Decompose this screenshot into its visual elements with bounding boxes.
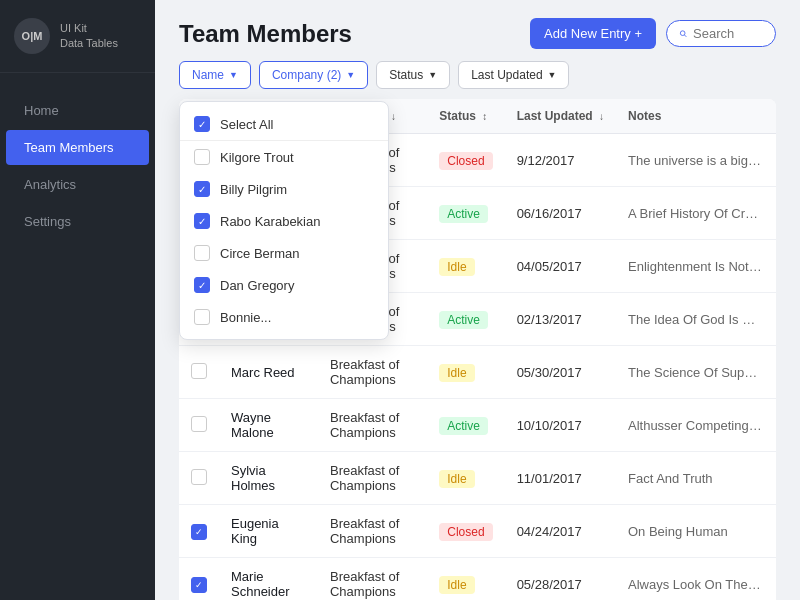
chevron-down-icon: ▼ — [548, 70, 557, 80]
status-badge: Closed — [439, 523, 492, 541]
checkbox-billy-pilgrim[interactable] — [194, 181, 210, 197]
checkbox-circe-berman[interactable] — [194, 245, 210, 261]
row-checkbox[interactable] — [191, 577, 207, 593]
row-status: Active — [427, 187, 504, 240]
table-row: Sylvia Holmes Breakfast of Champions Idl… — [179, 452, 776, 505]
search-icon — [679, 27, 687, 40]
search-input[interactable] — [693, 26, 763, 41]
sort-icon-company: ↓ — [391, 111, 396, 122]
sort-icon-last-updated: ↓ — [599, 111, 604, 122]
row-notes: The Idea Of God Is No... — [616, 293, 776, 346]
row-checkbox[interactable] — [191, 416, 207, 432]
dropdown-item-dan-gregory[interactable]: Dan Gregory — [180, 269, 388, 301]
filters-bar: Name ▼ Company (2) ▼ Status ▼ Last Updat… — [155, 61, 800, 99]
page-title: Team Members — [179, 20, 352, 48]
th-notes: Notes — [616, 99, 776, 134]
status-badge: Active — [439, 205, 488, 223]
checkbox-kilgore-trout[interactable] — [194, 149, 210, 165]
row-last-updated: 11/01/2017 — [505, 452, 616, 505]
row-last-updated: 9/12/2017 — [505, 134, 616, 187]
row-last-updated: 10/10/2017 — [505, 399, 616, 452]
row-notes: Fact And Truth — [616, 452, 776, 505]
checkbox-rabo-karabekian[interactable] — [194, 213, 210, 229]
dropdown-item-bonnie[interactable]: Bonnie... — [180, 301, 388, 333]
dropdown-item-billy-pilgrim[interactable]: Billy Pilgrim — [180, 173, 388, 205]
row-last-updated: 04/05/2017 — [505, 240, 616, 293]
row-name: Sylvia Holmes — [219, 452, 318, 505]
status-badge: Idle — [439, 470, 474, 488]
search-box[interactable] — [666, 20, 776, 47]
row-notes: On Being Human — [616, 505, 776, 558]
filter-company[interactable]: Company (2) ▼ — [259, 61, 368, 89]
row-name: Eugenia King — [219, 505, 318, 558]
checkbox-bonnie[interactable] — [194, 309, 210, 325]
row-last-updated: 02/13/2017 — [505, 293, 616, 346]
main-content: Team Members Add New Entry + Name ▼ Comp… — [155, 0, 800, 600]
row-checkbox[interactable] — [191, 363, 207, 379]
table-row: Eugenia King Breakfast of Champions Clos… — [179, 505, 776, 558]
row-last-updated: 05/30/2017 — [505, 346, 616, 399]
sort-icon-status: ↕ — [482, 111, 487, 122]
row-last-updated: 06/16/2017 — [505, 187, 616, 240]
sidebar-nav: Home Team Members Analytics Settings — [0, 73, 155, 259]
row-company: Breakfast of Champions — [318, 558, 427, 601]
sidebar-item-settings[interactable]: Settings — [6, 204, 149, 239]
page-header: Team Members Add New Entry + — [155, 0, 800, 61]
sidebar: O|M UI Kit Data Tables Home Team Members… — [0, 0, 155, 600]
table-row: Wayne Malone Breakfast of Champions Acti… — [179, 399, 776, 452]
sidebar-item-home[interactable]: Home — [6, 93, 149, 128]
row-name: Marie Schneider — [219, 558, 318, 601]
row-notes: Always Look On The B... — [616, 558, 776, 601]
svg-line-1 — [685, 35, 687, 37]
row-notes: The Science Of Supers... — [616, 346, 776, 399]
checkbox-select-all[interactable] — [194, 116, 210, 132]
checkbox-dan-gregory[interactable] — [194, 277, 210, 293]
row-status: Idle — [427, 558, 504, 601]
row-status: Idle — [427, 452, 504, 505]
status-badge: Closed — [439, 152, 492, 170]
row-notes: The universe is a big p... — [616, 134, 776, 187]
row-company: Breakfast of Champions — [318, 452, 427, 505]
row-status: Active — [427, 399, 504, 452]
status-badge: Idle — [439, 258, 474, 276]
header-actions: Add New Entry + — [530, 18, 776, 49]
th-status[interactable]: Status ↕ — [427, 99, 504, 134]
status-badge: Idle — [439, 576, 474, 594]
th-last-updated[interactable]: Last Updated ↓ — [505, 99, 616, 134]
row-check-cell — [179, 452, 219, 505]
dropdown-item-rabo-karabekian[interactable]: Rabo Karabekian — [180, 205, 388, 237]
table-row: Marie Schneider Breakfast of Champions I… — [179, 558, 776, 601]
sidebar-item-analytics[interactable]: Analytics — [6, 167, 149, 202]
row-checkbox[interactable] — [191, 524, 207, 540]
dropdown-item-select-all[interactable]: Select All — [180, 108, 388, 141]
status-badge: Idle — [439, 364, 474, 382]
status-badge: Active — [439, 311, 488, 329]
sidebar-logo: O|M UI Kit Data Tables — [0, 0, 155, 73]
row-name: Wayne Malone — [219, 399, 318, 452]
row-last-updated: 04/24/2017 — [505, 505, 616, 558]
chevron-down-icon: ▼ — [428, 70, 437, 80]
svg-point-0 — [680, 31, 685, 36]
name-filter-dropdown: Select All Kilgore Trout Billy Pilgrim R… — [179, 101, 389, 340]
row-check-cell — [179, 399, 219, 452]
row-last-updated: 05/28/2017 — [505, 558, 616, 601]
row-check-cell — [179, 505, 219, 558]
row-status: Idle — [427, 240, 504, 293]
dropdown-item-kilgore-trout[interactable]: Kilgore Trout — [180, 141, 388, 173]
dropdown-item-circe-berman[interactable]: Circe Berman — [180, 237, 388, 269]
row-checkbox[interactable] — [191, 469, 207, 485]
row-notes: Althusser Competing Id... — [616, 399, 776, 452]
row-company: Breakfast of Champions — [318, 505, 427, 558]
table-row: Marc Reed Breakfast of Champions Idle 05… — [179, 346, 776, 399]
row-name: Marc Reed — [219, 346, 318, 399]
row-check-cell — [179, 558, 219, 601]
filter-name[interactable]: Name ▼ — [179, 61, 251, 89]
row-notes: Enlightenment Is Not J... — [616, 240, 776, 293]
row-status: Idle — [427, 346, 504, 399]
add-entry-button[interactable]: Add New Entry + — [530, 18, 656, 49]
filter-last-updated[interactable]: Last Updated ▼ — [458, 61, 569, 89]
row-company: Breakfast of Champions — [318, 346, 427, 399]
sidebar-item-team-members[interactable]: Team Members — [6, 130, 149, 165]
filter-status[interactable]: Status ▼ — [376, 61, 450, 89]
row-status: Active — [427, 293, 504, 346]
